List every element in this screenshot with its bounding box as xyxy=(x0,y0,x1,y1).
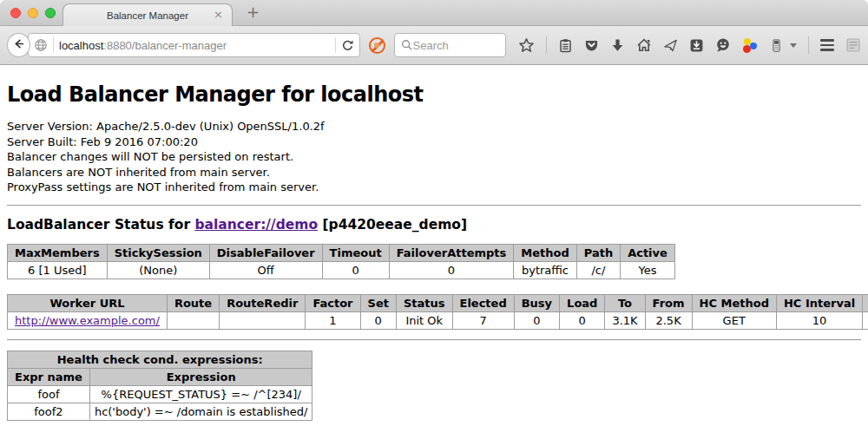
table-row: foof %{REQUEST_STATUS} =~ /^[234]/ xyxy=(8,385,312,403)
cell-to: 3.1K xyxy=(605,311,645,329)
back-button[interactable] xyxy=(7,33,30,57)
cell-maxmembers: 6 [1 Used] xyxy=(8,261,108,279)
url-bar[interactable]: localhost:8880/balancer-manager xyxy=(28,33,360,57)
column-header: Passes xyxy=(863,294,868,311)
traffic-lights xyxy=(10,8,56,18)
search-bar[interactable] xyxy=(394,33,506,57)
battery-panel-icon[interactable] xyxy=(769,38,784,53)
column-header: Load xyxy=(560,294,605,311)
extension-colored-dots-icon[interactable] xyxy=(742,37,758,53)
table-header-row: Expr name Expression xyxy=(8,368,312,385)
column-header: StickySession xyxy=(107,244,209,261)
table-row: 6 [1 Used] (None) Off 0 0 bytraffic /c/ … xyxy=(8,261,675,279)
cell-status: Init Ok xyxy=(396,311,452,329)
content-blocked-icon[interactable] xyxy=(369,37,385,54)
status-prefix: LoadBalancer Status for xyxy=(7,217,194,233)
cell-stickysession: (None) xyxy=(107,261,209,279)
column-header: Expression xyxy=(89,368,312,385)
chevron-down-icon[interactable] xyxy=(790,43,797,48)
download-panel-icon[interactable] xyxy=(689,38,704,53)
home-icon[interactable] xyxy=(636,37,652,53)
tab-close-icon[interactable]: × xyxy=(214,8,223,21)
table-header-row: Worker URL Route RouteRedir Factor Set S… xyxy=(8,294,868,311)
reading-list-clipboard-icon[interactable] xyxy=(558,38,573,53)
worker-status-table: Worker URL Route RouteRedir Factor Set S… xyxy=(7,294,868,330)
site-identity-globe-icon[interactable] xyxy=(34,38,48,52)
page-title: Load Balancer Manager for localhost xyxy=(7,82,861,107)
cell-busy: 0 xyxy=(514,311,559,329)
cell-expr-name: foof xyxy=(8,385,90,403)
inherit-note-line: Balancers are NOT inherited from main se… xyxy=(7,165,861,180)
sidebar-grid-icon[interactable] xyxy=(845,37,861,53)
column-header: DisableFailover xyxy=(209,244,322,261)
column-header: Busy xyxy=(514,294,559,311)
close-window-button[interactable] xyxy=(10,8,21,18)
reload-icon[interactable] xyxy=(341,39,354,52)
health-table-caption: Health check cond. expressions: xyxy=(8,351,312,368)
column-header: MaxMembers xyxy=(8,244,108,261)
new-tab-button[interactable]: + xyxy=(247,3,260,21)
cell-timeout: 0 xyxy=(322,261,389,279)
cell-hc-method: GET xyxy=(692,311,776,329)
cell-path: /c/ xyxy=(576,261,620,279)
health-check-table: Health check cond. expressions: Expr nam… xyxy=(7,351,312,421)
table-caption-row: Health check cond. expressions: xyxy=(8,351,312,368)
section-divider xyxy=(7,339,861,341)
cell-set: 0 xyxy=(360,311,396,329)
balancer-demo-link[interactable]: balancer://demo xyxy=(194,217,318,233)
cell-method: bytraffic xyxy=(514,261,576,279)
cell-elected: 7 xyxy=(452,311,514,329)
send-paper-plane-icon[interactable] xyxy=(663,38,678,53)
url-input[interactable]: localhost:8880/balancer-manager xyxy=(59,39,330,52)
search-input[interactable] xyxy=(413,39,491,52)
url-host: localhost xyxy=(59,39,103,52)
cell-expr-name: foof2 xyxy=(8,403,90,420)
cell-load: 0 xyxy=(560,311,605,329)
table-row: foof2 hc('body') =~ /domain is establish… xyxy=(8,403,312,420)
cell-route xyxy=(167,311,219,329)
column-header: Expr name xyxy=(8,368,90,385)
proxypass-note-line: ProxyPass settings are NOT inherited fro… xyxy=(7,180,861,195)
feedback-smiley-icon[interactable] xyxy=(715,37,731,53)
column-header: Factor xyxy=(306,294,360,311)
column-header: FailoverAttempts xyxy=(389,244,514,261)
cell-expression: hc('body') =~ /domain is established/ xyxy=(89,403,312,420)
column-header: To xyxy=(605,294,645,311)
server-version-line: Server Version: Apache/2.5.0-dev (Unix) … xyxy=(7,119,861,134)
minimize-window-button[interactable] xyxy=(28,8,38,18)
cell-disablefailover: Off xyxy=(209,261,322,279)
worker-url-link[interactable]: http://www.example.com/ xyxy=(15,314,160,327)
download-arrow-icon[interactable] xyxy=(610,38,625,53)
page-content: Load Balancer Manager for localhost Serv… xyxy=(0,65,868,426)
column-header: Method xyxy=(514,244,576,261)
bookmark-star-icon[interactable] xyxy=(518,37,535,54)
pocket-icon[interactable] xyxy=(584,38,599,53)
zoom-window-button[interactable] xyxy=(45,8,56,18)
column-header: From xyxy=(645,294,692,311)
column-header: RouteRedir xyxy=(220,294,306,311)
urlbar-divider xyxy=(53,37,54,53)
cell-from: 2.5K xyxy=(645,311,692,329)
search-icon xyxy=(401,39,413,51)
loadbalancer-status-heading: LoadBalancer Status for balancer://demo … xyxy=(7,217,861,233)
persist-note-line: Balancer changes will NOT be persisted o… xyxy=(7,149,861,165)
cell-factor: 1 xyxy=(306,311,360,329)
navigation-toolbar: localhost:8880/balancer-manager xyxy=(0,26,868,65)
toolbar-separator xyxy=(808,36,809,54)
menu-hamburger-icon[interactable] xyxy=(820,39,834,51)
column-header: Route xyxy=(167,294,219,311)
back-arrow-icon xyxy=(12,37,25,54)
column-header: Timeout xyxy=(322,244,389,261)
urlbar-divider xyxy=(335,37,336,53)
browser-tab[interactable]: Balancer Manager × xyxy=(62,3,233,26)
worker-row: http://www.example.com/ 1 0 Init Ok 7 0 … xyxy=(8,311,868,329)
cell-expression: %{REQUEST_STATUS} =~ /^[234]/ xyxy=(89,385,312,403)
toolbar-separator xyxy=(546,36,547,54)
balancer-summary-table: MaxMembers StickySession DisableFailover… xyxy=(7,244,675,279)
cell-passes: 1 (0) xyxy=(863,311,868,329)
column-header: Active xyxy=(621,244,675,261)
cell-routeredir xyxy=(220,311,306,329)
status-suffix: [p4420eeae_demo] xyxy=(318,217,467,233)
toolbar-icons xyxy=(518,36,861,54)
column-header: HC Interval xyxy=(776,294,862,311)
